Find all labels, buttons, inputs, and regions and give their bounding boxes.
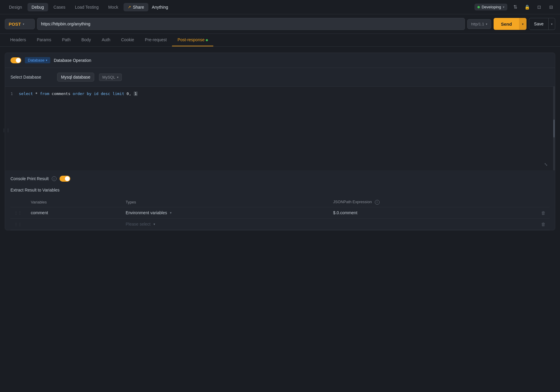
main-content: ⋮⋮ Database ▾ Database Operation Select …: [0, 47, 560, 236]
save-button[interactable]: Save: [529, 18, 549, 30]
database-badge-label: Database: [28, 58, 45, 62]
nav-mock[interactable]: Mock: [104, 3, 122, 11]
panel-drag-handle[interactable]: ⋮⋮: [1, 128, 11, 133]
kw-limit: limit: [112, 91, 124, 96]
row2-type[interactable]: Please select ▾: [122, 218, 330, 230]
col-variables-header: Variables: [27, 197, 122, 207]
url-bar: POST ▾ http/1.1 ▾ Send ▾ Save ▾: [0, 14, 560, 34]
tab-cookie[interactable]: Cookie: [116, 34, 140, 46]
extract-section: Extract Result to Variables Variables Ty…: [5, 185, 555, 230]
console-print-toggle[interactable]: [60, 176, 70, 182]
row1-delete[interactable]: 🗑: [538, 207, 550, 218]
console-print-label: Console Print Result: [10, 176, 49, 181]
nav-design[interactable]: Design: [5, 3, 26, 11]
protocol-label: http/1.1: [471, 22, 484, 26]
nav-load-testing[interactable]: Load Testing: [71, 3, 103, 11]
tab-body[interactable]: Body: [76, 34, 96, 46]
delete-row-icon[interactable]: 🗑: [541, 210, 546, 215]
kw-order: order: [73, 91, 84, 96]
database-selector[interactable]: Mysql database: [57, 73, 94, 82]
save-button-group: Save ▾: [529, 18, 555, 30]
kw-by: by: [87, 91, 92, 96]
copy-icon[interactable]: ⊡: [535, 3, 543, 11]
page-title: Anything: [152, 5, 473, 10]
panel-enable-toggle[interactable]: [10, 57, 21, 63]
select-database-label: Select Database: [10, 75, 52, 79]
nav-share[interactable]: ↗ Share: [124, 3, 148, 11]
col-actions-header: [538, 197, 550, 207]
row2-jsonpath[interactable]: [330, 218, 538, 230]
method-selector[interactable]: POST ▾: [5, 19, 35, 29]
badge-chevron-icon: ▾: [46, 59, 47, 62]
database-type-chevron-icon: ▾: [117, 76, 118, 79]
settings-icon[interactable]: ⊟: [547, 3, 555, 11]
select-database-row: Select Database Mysql database MySQL ▾: [5, 68, 555, 87]
nav-right-group: Developing ▾ ⇅ 🔒 ⊡ ⊟: [474, 3, 555, 11]
send-button-group: Send ▾: [494, 18, 526, 30]
console-info-icon[interactable]: i: [52, 176, 57, 181]
kw-space: *: [35, 91, 40, 96]
arrange-icon[interactable]: ⇅: [511, 3, 519, 11]
database-type-selector[interactable]: MySQL ▾: [99, 74, 122, 81]
row2-variable[interactable]: [27, 218, 122, 230]
row1-variable[interactable]: comment: [27, 207, 122, 218]
kw-from: from: [40, 91, 49, 96]
drag-handle-icon: ⋮⋮: [14, 211, 22, 215]
tab-path[interactable]: Path: [57, 34, 76, 46]
row1-drag[interactable]: ⋮⋮: [10, 207, 27, 218]
method-chevron-icon: ▾: [23, 22, 24, 26]
share-icon: ↗: [128, 5, 131, 9]
tab-post-response[interactable]: Post-response: [172, 34, 213, 46]
sql-code-content[interactable]: select * from comments order by id desc …: [19, 91, 550, 166]
kw-select: select: [19, 91, 33, 96]
table-row: ⋮⋮ comment Environment variables ▾ $.0.c…: [10, 207, 550, 218]
save-dropdown-icon: ▾: [551, 22, 553, 26]
delete-row-icon[interactable]: 🗑: [541, 222, 546, 227]
environment-selector[interactable]: Developing ▾: [474, 4, 507, 10]
env-status-dot: [477, 6, 480, 8]
operation-label: Database Operation: [54, 58, 91, 63]
tab-params[interactable]: Params: [31, 34, 57, 46]
panel-header: Database ▾ Database Operation: [5, 53, 555, 68]
tab-headers[interactable]: Headers: [5, 34, 31, 46]
database-type-label: MySQL: [102, 75, 115, 79]
kw-num: 1: [134, 91, 138, 96]
sql-code-editor[interactable]: 1 select * from comments order by id des…: [5, 87, 555, 170]
request-tabs: Headers Params Path Body Auth Cookie Pre…: [0, 34, 560, 47]
row2-delete[interactable]: 🗑: [538, 218, 550, 230]
send-dropdown-button[interactable]: ▾: [519, 18, 526, 30]
lock-icon[interactable]: 🔒: [523, 3, 531, 11]
send-dropdown-icon: ▾: [522, 22, 524, 26]
protocol-selector[interactable]: http/1.1 ▾: [467, 19, 491, 29]
scrollbar-thumb: [553, 120, 555, 137]
col-types-header: Types: [122, 197, 330, 207]
send-button[interactable]: Send: [494, 18, 519, 30]
kw-space6: 0,: [127, 91, 133, 96]
table-row: ⋮⋮ Please select ▾ 🗑: [10, 218, 550, 230]
col-jsonpath-header: JSONPath Expression i: [330, 197, 538, 207]
tab-pre-request[interactable]: Pre-request: [139, 34, 172, 46]
method-label: POST: [9, 22, 21, 27]
extract-title: Extract Result to Variables: [10, 188, 550, 192]
row1-jsonpath[interactable]: $.0.comment: [330, 207, 538, 218]
database-badge[interactable]: Database ▾: [25, 57, 50, 63]
share-label: Share: [133, 5, 144, 10]
type-chevron-icon: ▾: [170, 211, 172, 215]
row2-drag[interactable]: ⋮⋮: [10, 218, 27, 230]
database-name: Mysql database: [61, 75, 90, 79]
tab-auth[interactable]: Auth: [96, 34, 116, 46]
expand-editor-button[interactable]: ⤡: [544, 162, 548, 167]
variables-table: Variables Types JSONPath Expression i ⋮⋮: [10, 197, 550, 230]
col-drag: [10, 197, 27, 207]
row1-type[interactable]: Environment variables ▾: [122, 207, 330, 218]
console-print-row: Console Print Result i: [5, 170, 555, 185]
url-input[interactable]: [37, 18, 465, 30]
kw-desc: desc: [101, 91, 110, 96]
kw-table-name: comments: [52, 91, 73, 96]
save-dropdown-button[interactable]: ▾: [549, 18, 555, 30]
editor-scrollbar[interactable]: [553, 87, 555, 170]
jsonpath-info-icon[interactable]: i: [375, 200, 380, 205]
nav-cases[interactable]: Cases: [49, 3, 70, 11]
env-label: Developing: [482, 5, 501, 9]
nav-debug[interactable]: Debug: [28, 3, 48, 11]
